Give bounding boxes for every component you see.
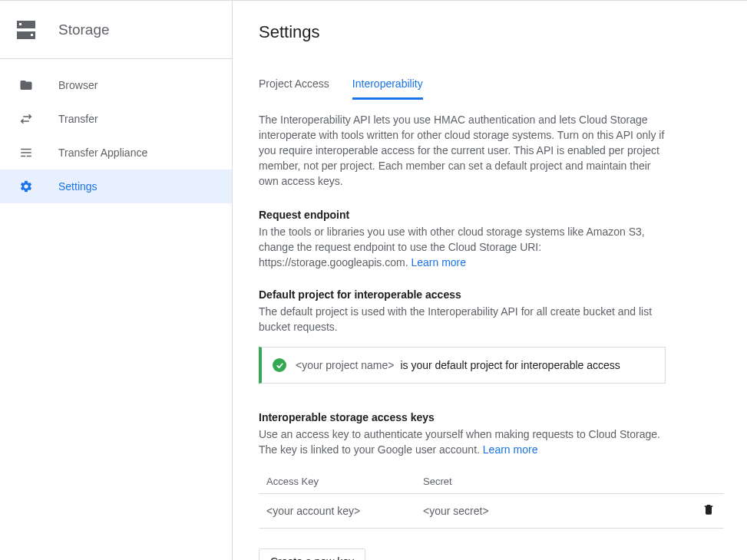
default-project-card: <your project name> is your default proj… — [259, 347, 666, 384]
project-name-placeholder: <your project name> — [296, 359, 394, 371]
th-access-key: Access Key — [259, 476, 423, 487]
td-secret: <your secret> — [423, 505, 693, 517]
learn-more-link[interactable]: Learn more — [483, 443, 538, 456]
nav-label: Transfer — [58, 113, 98, 125]
nav-label: Settings — [58, 180, 98, 193]
access-keys-body: Use an access key to authenticate yourse… — [259, 428, 660, 456]
learn-more-link[interactable]: Learn more — [411, 256, 466, 268]
intro-text: The Interoperability API lets you use HM… — [259, 112, 666, 189]
default-project-text: The default project is used with the Int… — [259, 304, 666, 334]
access-keys-title: Interoperable storage access keys — [259, 411, 666, 423]
access-keys-text: Use an access key to authenticate yourse… — [259, 427, 666, 457]
tabs: Project Access Interoperability — [259, 77, 747, 100]
sidebar: Storage Browser Transfer Transfer Applia… — [0, 1, 233, 560]
sidebar-title: Storage — [58, 21, 110, 38]
nav-label: Transfer Appliance — [58, 147, 147, 159]
page-title: Settings — [259, 22, 747, 42]
transfer-icon — [18, 111, 34, 127]
td-access-key: <your account key> — [259, 505, 423, 517]
sidebar-item-transfer-appliance[interactable]: Transfer Appliance — [0, 136, 232, 170]
trash-icon — [702, 503, 715, 519]
create-key-button[interactable]: Create a new key — [259, 548, 365, 560]
gear-icon — [18, 179, 34, 194]
sidebar-item-settings[interactable]: Settings — [0, 170, 232, 203]
check-icon — [273, 358, 286, 372]
request-endpoint-text: In the tools or libraries you use with o… — [259, 224, 666, 270]
table-header: Access Key Secret — [259, 469, 724, 494]
storage-icon — [17, 21, 35, 39]
nav-label: Browser — [58, 79, 98, 91]
table-row: <your account key> <your secret> — [259, 494, 724, 529]
sidebar-item-browser[interactable]: Browser — [0, 68, 232, 102]
transfer-appliance-icon — [18, 145, 34, 160]
main: Settings Project Access Interoperability… — [233, 1, 747, 560]
sidebar-item-transfer[interactable]: Transfer — [0, 102, 232, 136]
default-project-message: is your default project for interoperabl… — [400, 359, 620, 371]
tab-project-access[interactable]: Project Access — [259, 77, 329, 100]
content: The Interoperability API lets you use HM… — [259, 112, 666, 469]
default-project-title: Default project for interoperable access — [259, 288, 666, 301]
access-keys-table: Access Key Secret <your account key> <yo… — [259, 469, 724, 529]
delete-key-button[interactable] — [693, 503, 724, 519]
tab-interoperability[interactable]: Interoperability — [352, 77, 423, 100]
browser-icon — [18, 77, 34, 93]
sidebar-header: Storage — [0, 1, 232, 59]
th-secret: Secret — [423, 476, 724, 487]
request-endpoint-title: Request endpoint — [259, 209, 666, 221]
sidebar-nav: Browser Transfer Transfer Appliance Sett… — [0, 59, 232, 203]
